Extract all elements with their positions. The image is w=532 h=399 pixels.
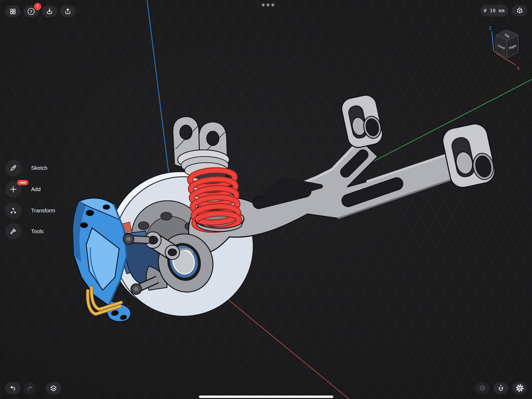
import-button[interactable] [42,6,57,17]
new-feature-badge: new [17,180,28,185]
export-button[interactable] [60,6,76,17]
help-question-icon: ? [27,7,35,16]
sidebar-item-sketch[interactable]: Sketch [5,160,47,176]
axis-z-label: Z [489,26,492,31]
sidebar-label-add: Add [31,186,41,192]
section-view-button[interactable] [475,382,490,394]
axis-x-label: X [517,66,520,71]
layers-button[interactable] [46,382,61,394]
app-grid-icon [9,8,16,15]
transform-arrows-icon [9,207,17,215]
canvas-3d[interactable] [0,0,532,399]
settings-button[interactable] [512,382,527,394]
hammer-icon [9,227,17,235]
sidebar-label-sketch: Sketch [31,165,47,171]
gear-icon [516,384,524,392]
help-alert-badge: ! [34,3,41,10]
sidebar-item-tools[interactable]: Tools [5,223,44,240]
undo-button[interactable] [5,382,20,394]
sidebar-label-transform: Transform [31,208,55,214]
import-down-icon [46,8,53,15]
undo-arrow-icon [9,385,16,392]
sidebar-label-tools: Tools [31,228,44,235]
redo-button[interactable] [23,382,36,394]
layers-icon [49,384,57,392]
plus-icon [9,185,18,194]
magnet-icon [497,384,505,392]
help-button[interactable]: ? ! [23,6,39,17]
redo-arrow-icon [26,385,33,392]
svg-text:?: ? [30,9,32,14]
pencil-icon [9,164,17,172]
bushing-clevis-upper[interactable] [340,93,384,149]
units-badge[interactable]: # 10 mm [480,5,508,17]
snap-button[interactable] [493,382,508,394]
view-cube[interactable]: Z X Top Front Right [485,24,532,73]
app-menu-button[interactable] [5,6,20,17]
multitask-dots-icon[interactable] [262,3,274,6]
home-indicator[interactable] [199,396,333,398]
sidebar-item-add[interactable]: new Add [5,181,41,198]
view-mode-button[interactable] [512,5,527,17]
viewport-3d[interactable]: ? ! # 10 mm Z X [0,0,532,399]
export-up-icon [64,8,72,15]
section-cube-icon [479,384,487,392]
isometric-cube-icon [516,7,524,15]
sidebar-item-transform[interactable]: Transform [5,202,55,219]
